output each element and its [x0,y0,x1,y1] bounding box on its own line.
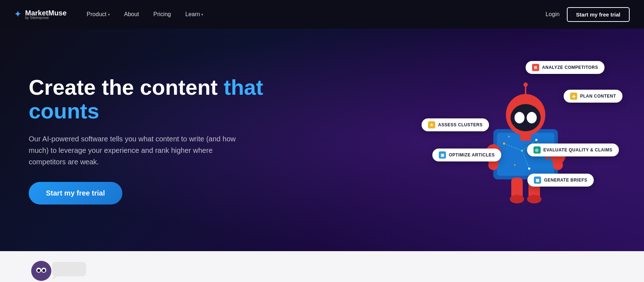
svg-point-7 [521,150,523,152]
optimize-icon: ▣ [439,151,446,159]
svg-point-34 [42,269,45,272]
svg-marker-36 [52,276,57,280]
bottom-strip [0,251,644,282]
chevron-down-icon: ▾ [108,13,110,17]
svg-point-6 [503,142,505,145]
hero-cta-button[interactable]: Start my free trial [29,182,122,205]
svg-point-30 [31,261,51,281]
svg-point-11 [514,164,516,166]
pill-plan-content: ◈ PLAN CONTENT [564,90,622,103]
nav-links: Product ▾ About Pricing Learn ▾ [81,8,546,20]
pill-generate-briefs: ▦ GENERATE BRIEFS [527,174,594,187]
speech-bubble-svg [52,262,88,280]
plan-icon: ◈ [570,93,577,100]
svg-rect-21 [520,133,531,141]
pill-assess-clusters: ★ ASSESS CLUSTERS [422,118,489,131]
nav-item-pricing[interactable]: Pricing [148,8,177,20]
svg-point-8 [535,139,537,141]
generate-icon: ▦ [534,177,541,184]
nav-item-product[interactable]: Product ▾ [81,8,116,20]
hero-content: Create the content that counts Our AI-po… [29,76,273,205]
nav-item-about[interactable]: About [118,8,145,20]
svg-point-17 [514,112,525,123]
svg-point-33 [37,269,40,272]
logo-icon: ✦ [14,10,21,19]
pill-optimize-articles: ▣ OPTIMIZE ARTICLES [432,149,501,161]
svg-point-9 [545,156,549,160]
svg-point-24 [488,160,498,170]
mascot-small-svg [29,258,54,282]
svg-point-20 [523,83,528,87]
pill-analyze-competitors: ⊞ ANALYZE COMPETITORS [526,61,605,74]
svg-point-10 [528,168,530,170]
robot-container: + + + [429,47,615,233]
bottom-mascot [29,258,57,282]
svg-point-29 [527,195,541,203]
assess-icon: ★ [428,121,435,128]
chevron-down-icon: ▾ [201,13,203,17]
nav-right: Login Start my free trial [545,7,630,22]
hero-description: Our AI-powered software tells you what c… [29,133,237,168]
pill-evaluate-quality: ◎ EVALUATE QUALITY & CLAIMS [527,144,619,156]
hero-section: Create the content that counts Our AI-po… [0,29,644,251]
nav-item-learn[interactable]: Learn ▾ [179,8,209,20]
svg-point-25 [553,160,563,170]
hero-illustration: + + + [429,47,615,233]
hero-title-part1: Create the content [29,75,224,99]
hero-title: Create the content that counts [29,76,273,123]
svg-text:+: + [508,134,510,139]
navbar: ✦ MarketMuse by Siteimprove Product ▾ Ab… [0,0,644,29]
logo[interactable]: ✦ MarketMuse by Siteimprove [14,9,67,20]
analyze-icon: ⊞ [532,64,539,71]
svg-point-28 [510,195,524,203]
login-button[interactable]: Login [545,11,559,18]
robot-svg: + + + [472,65,579,215]
nav-cta-button[interactable]: Start my free trial [567,7,630,22]
svg-point-18 [527,112,537,123]
quality-icon: ◎ [533,146,541,154]
svg-rect-35 [52,262,86,276]
